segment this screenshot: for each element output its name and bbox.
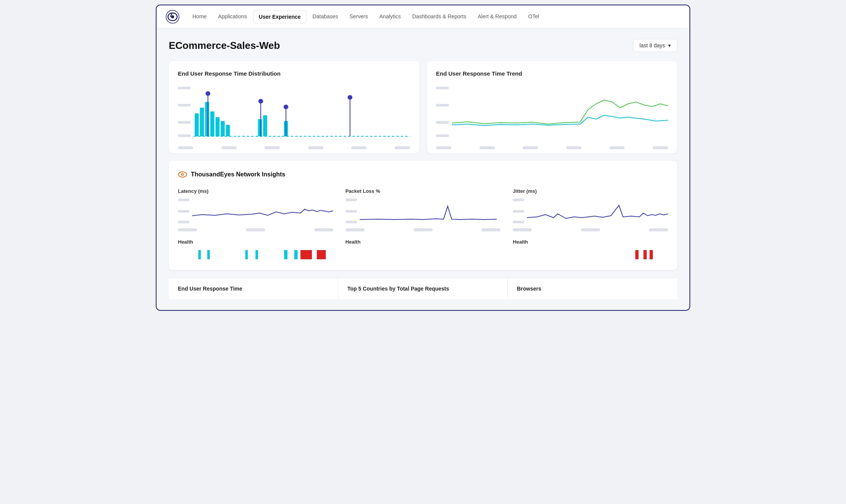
- svg-rect-37: [245, 250, 248, 259]
- svg-rect-3: [178, 104, 191, 107]
- svg-point-24: [347, 95, 352, 100]
- jitter-label: Jitter (ms): [513, 188, 668, 194]
- page-header: ECommerce-Sales-Web last 8 days ▾: [169, 39, 677, 52]
- nav-item-dashboards---reports[interactable]: Dashboards & Reports: [407, 10, 472, 23]
- main-content: ECommerce-Sales-Web last 8 days ▾ End Us…: [157, 28, 689, 310]
- svg-point-19: [258, 99, 263, 103]
- svg-rect-38: [255, 250, 258, 259]
- network-insights-title: ThousandEyes Network Insights: [191, 171, 285, 178]
- nav-item-alert---respond[interactable]: Alert & Respond: [472, 10, 522, 23]
- latency-label: Latency (ms): [178, 188, 333, 194]
- latency-x-labels: [178, 228, 333, 231]
- svg-rect-2: [178, 87, 191, 89]
- trend-chart-card: End User Response Time Trend: [427, 61, 677, 153]
- packet-loss-label: Packet Loss %: [346, 188, 501, 194]
- svg-rect-35: [199, 250, 201, 259]
- latency-metric: Latency (ms) Health: [178, 188, 333, 261]
- bottom-card-browsers: Browsers: [508, 278, 677, 299]
- svg-rect-47: [513, 210, 524, 213]
- trend-x-axis-labels: [436, 146, 668, 149]
- network-insights-card: ThousandEyes Network Insights Latency (m…: [169, 161, 677, 270]
- svg-rect-27: [436, 121, 449, 124]
- distribution-chart-title: End User Response Time Distribution: [178, 70, 410, 77]
- svg-rect-46: [513, 199, 524, 201]
- bottom-row: End User Response Time Top 5 Countries b…: [169, 278, 677, 299]
- svg-point-1: [171, 15, 174, 18]
- svg-rect-16: [258, 119, 262, 136]
- svg-rect-4: [178, 121, 191, 124]
- page-title: ECommerce-Sales-Web: [169, 40, 280, 52]
- svg-rect-50: [644, 250, 647, 259]
- packet-loss-metric: Packet Loss % Health: [346, 188, 501, 261]
- jitter-metric: Jitter (ms) Health: [513, 188, 668, 261]
- svg-rect-49: [635, 250, 639, 259]
- svg-rect-33: [178, 210, 189, 213]
- svg-rect-42: [317, 250, 326, 259]
- thousandeyes-icon: [178, 170, 187, 179]
- bottom-card-countries: Top 5 Countries by Total Page Requests: [338, 278, 508, 299]
- chevron-down-icon: ▾: [668, 42, 671, 48]
- svg-rect-40: [294, 250, 298, 259]
- jitter-health-bars: [513, 249, 668, 261]
- svg-rect-5: [178, 134, 191, 137]
- nav-item-analytics[interactable]: Analytics: [374, 10, 406, 23]
- trend-chart-title: End User Response Time Trend: [436, 70, 668, 77]
- svg-rect-32: [178, 199, 189, 201]
- svg-rect-7: [195, 113, 199, 136]
- svg-rect-34: [178, 221, 189, 223]
- svg-rect-10: [210, 111, 214, 136]
- packet-loss-x-labels: [346, 228, 501, 231]
- x-axis-labels: [178, 146, 410, 149]
- nav-items: HomeApplicationsUser ExperienceDatabases…: [187, 10, 544, 23]
- svg-rect-13: [226, 125, 230, 136]
- app-logo[interactable]: [166, 10, 179, 24]
- latency-sparkline: [178, 199, 333, 225]
- svg-rect-12: [221, 121, 224, 136]
- latency-health-label: Health: [178, 239, 333, 245]
- svg-point-15: [205, 91, 210, 96]
- network-metrics-grid: Latency (ms) Health: [178, 188, 668, 261]
- app-shell: HomeApplicationsUser ExperienceDatabases…: [156, 5, 690, 311]
- nav-item-user-experience[interactable]: User Experience: [253, 10, 307, 23]
- svg-rect-26: [436, 104, 449, 107]
- distribution-chart-area: [178, 83, 410, 144]
- svg-rect-11: [216, 117, 220, 136]
- jitter-health-label: Health: [513, 239, 668, 245]
- svg-point-31: [182, 174, 183, 175]
- svg-rect-51: [650, 250, 653, 259]
- svg-rect-45: [346, 221, 357, 223]
- svg-rect-41: [300, 250, 312, 259]
- svg-rect-17: [263, 115, 267, 136]
- svg-point-22: [284, 105, 289, 109]
- trend-chart-area: [436, 83, 668, 144]
- svg-rect-44: [346, 210, 357, 213]
- nav-item-applications[interactable]: Applications: [213, 10, 252, 23]
- svg-rect-8: [200, 108, 204, 136]
- nav-item-databases[interactable]: Databases: [307, 10, 344, 23]
- latency-health-bars: [178, 249, 333, 261]
- distribution-chart-card: End User Response Time Distribution: [169, 61, 419, 153]
- svg-rect-39: [284, 250, 287, 259]
- packet-loss-health-bars: [346, 249, 501, 261]
- packet-loss-sparkline: [346, 199, 501, 225]
- jitter-x-labels: [513, 228, 668, 231]
- network-insights-header: ThousandEyes Network Insights: [178, 170, 668, 179]
- svg-rect-48: [513, 221, 524, 223]
- svg-rect-43: [346, 199, 357, 201]
- charts-row: End User Response Time Distribution: [169, 61, 677, 153]
- time-range-label: last 8 days: [639, 42, 665, 48]
- navbar: HomeApplicationsUser ExperienceDatabases…: [157, 5, 689, 28]
- bottom-card-response-time: End User Response Time: [169, 278, 338, 299]
- nav-item-servers[interactable]: Servers: [344, 10, 373, 23]
- nav-item-otel[interactable]: OTel: [523, 10, 544, 23]
- svg-rect-25: [436, 87, 449, 89]
- svg-rect-9: [205, 102, 209, 136]
- svg-rect-28: [436, 134, 449, 137]
- svg-rect-36: [207, 250, 210, 259]
- packet-loss-health-label: Health: [346, 239, 501, 245]
- time-range-dropdown[interactable]: last 8 days ▾: [633, 39, 677, 52]
- nav-item-home[interactable]: Home: [187, 10, 212, 23]
- jitter-sparkline: [513, 199, 668, 225]
